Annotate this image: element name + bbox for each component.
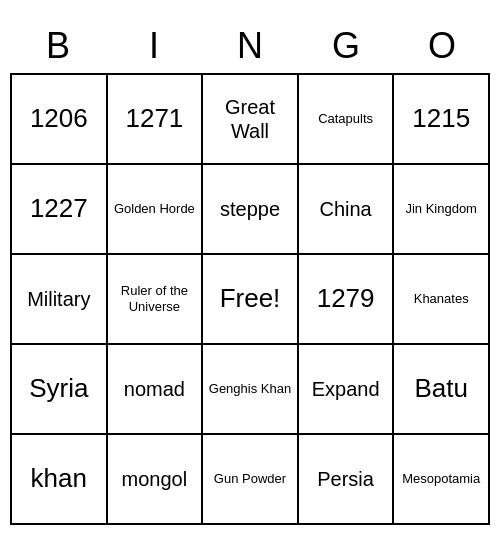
cell-row2-col4: Khanates (394, 255, 490, 345)
cell-row4-col4: Mesopotamia (394, 435, 490, 525)
header-letter-G: G (298, 19, 394, 73)
cell-row2-col1: Ruler of the Universe (108, 255, 204, 345)
cell-row4-col3: Persia (299, 435, 395, 525)
cell-row0-col1: 1271 (108, 75, 204, 165)
cell-row4-col1: mongol (108, 435, 204, 525)
cell-row1-col2: steppe (203, 165, 299, 255)
cell-row4-col0: khan (12, 435, 108, 525)
bingo-header: BINGO (10, 19, 490, 73)
cell-row1-col1: Golden Horde (108, 165, 204, 255)
bingo-grid: 12061271Great WallCatapults12151227Golde… (10, 73, 490, 525)
cell-row3-col4: Batu (394, 345, 490, 435)
cell-row3-col3: Expand (299, 345, 395, 435)
cell-row0-col2: Great Wall (203, 75, 299, 165)
cell-row2-col3: 1279 (299, 255, 395, 345)
cell-row1-col3: China (299, 165, 395, 255)
cell-row3-col1: nomad (108, 345, 204, 435)
header-letter-N: N (202, 19, 298, 73)
cell-row3-col0: Syria (12, 345, 108, 435)
cell-row1-col0: 1227 (12, 165, 108, 255)
header-letter-B: B (10, 19, 106, 73)
cell-row1-col4: Jin Kingdom (394, 165, 490, 255)
header-letter-I: I (106, 19, 202, 73)
cell-row2-col2: Free! (203, 255, 299, 345)
cell-row4-col2: Gun Powder (203, 435, 299, 525)
cell-row0-col4: 1215 (394, 75, 490, 165)
cell-row3-col2: Genghis Khan (203, 345, 299, 435)
cell-row0-col3: Catapults (299, 75, 395, 165)
cell-row0-col0: 1206 (12, 75, 108, 165)
header-letter-O: O (394, 19, 490, 73)
bingo-card-container: BINGO 12061271Great WallCatapults1215122… (10, 19, 490, 525)
cell-row2-col0: Military (12, 255, 108, 345)
